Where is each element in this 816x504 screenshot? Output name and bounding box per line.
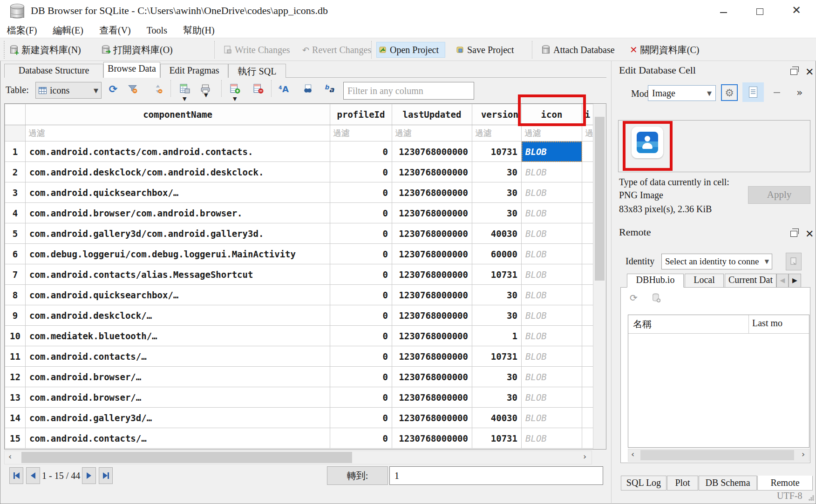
cell-lastUpdated[interactable]: 1230768000000 — [392, 264, 472, 285]
cell-icon[interactable]: BLOB — [522, 408, 582, 428]
cell-lastUpdated[interactable]: 1230768000000 — [392, 182, 472, 203]
cell-version[interactable]: 30 — [472, 305, 522, 326]
identity-combobox[interactable]: Select an identity to conne ▼ — [661, 254, 772, 269]
menu-help[interactable]: 幫助(H) — [176, 22, 222, 37]
cell-profileId[interactable]: 0 — [330, 223, 392, 244]
cell-overflow[interactable] — [582, 387, 593, 408]
text-view-button[interactable] — [742, 82, 764, 102]
row-number[interactable]: 5 — [5, 223, 26, 244]
cell-overflow[interactable] — [582, 428, 593, 449]
cell-icon[interactable]: BLOB — [522, 346, 582, 367]
cell-version[interactable]: 30 — [472, 203, 522, 223]
cell-overflow[interactable] — [582, 223, 593, 244]
cell-profileId[interactable]: 0 — [330, 285, 392, 305]
cell-componentName[interactable]: com.mediatek.bluetooth/… — [26, 326, 330, 346]
cell-icon[interactable]: BLOB — [522, 305, 582, 326]
delete-record-button[interactable] — [252, 83, 265, 95]
cell-componentName[interactable]: com.android.browser/com.android.browser. — [26, 203, 330, 223]
dock-tab-sql-log[interactable]: SQL Log — [621, 476, 666, 491]
cell-version[interactable]: 30 — [472, 182, 522, 203]
print-button[interactable] — [199, 83, 211, 95]
menu-edit[interactable]: 編輯(E) — [46, 22, 90, 37]
cell-profileId[interactable]: 0 — [330, 305, 392, 326]
refresh-button[interactable]: ⟳ — [107, 83, 119, 95]
dock-divider[interactable] — [611, 61, 612, 504]
cell-profileId[interactable]: 0 — [330, 428, 392, 449]
cell-version[interactable]: 30 — [472, 285, 522, 305]
tab-database-structure[interactable]: Database Structure — [4, 64, 103, 78]
conditional-format-button[interactable]: ba — [323, 83, 335, 95]
cell-lastUpdated[interactable]: 1230768000000 — [392, 285, 472, 305]
cell-lastUpdated[interactable]: 1230768000000 — [392, 141, 472, 162]
filter-input-icon[interactable]: 過濾 — [522, 125, 582, 141]
filter-input-version[interactable]: 過濾 — [472, 125, 522, 141]
cell-lastUpdated[interactable]: 1230768000000 — [392, 223, 472, 244]
cell-icon[interactable]: BLOB — [522, 182, 582, 203]
horizontal-scrollbar-thumb[interactable] — [21, 452, 352, 463]
cell-profileId[interactable]: 0 — [330, 346, 392, 367]
cell-icon[interactable]: BLOB — [522, 244, 582, 264]
cell-version[interactable]: 10731 — [472, 428, 522, 449]
tab-execute-sql[interactable]: 執行 SQL — [228, 64, 286, 78]
vertical-scrollbar-thumb[interactable] — [595, 117, 605, 281]
menu-file[interactable]: 檔案(F) — [0, 22, 44, 37]
open-database-button[interactable]: ➜ 打開資料庫(O) — [100, 42, 175, 58]
float-panel-icon[interactable] — [790, 69, 797, 75]
tab-edit-pragmas[interactable]: Edit Pragmas — [160, 64, 228, 78]
dock-tab-db-schema[interactable]: DB Schema — [699, 476, 757, 491]
cell-profileId[interactable]: 0 — [330, 326, 392, 346]
cell-profileId[interactable]: 0 — [330, 162, 392, 182]
cell-version[interactable]: 10731 — [472, 141, 522, 162]
cell-overflow[interactable] — [582, 182, 593, 203]
save-table-dropdown-icon[interactable]: ▼ — [183, 96, 186, 102]
cell-version[interactable]: 1 — [472, 326, 522, 346]
open-project-button[interactable]: Open Project — [376, 42, 445, 58]
remote-scrollbar-thumb[interactable] — [640, 450, 794, 460]
remote-horizontal-scrollbar[interactable]: ‹ › — [628, 449, 809, 462]
cell-componentName[interactable]: com.android.deskclock/com.android.deskcl… — [26, 162, 330, 182]
tab-scroll-left-icon[interactable]: ◀ — [776, 274, 789, 288]
row-number[interactable]: 2 — [5, 162, 26, 182]
clone-database-icon[interactable] — [652, 293, 660, 302]
cell-lastUpdated[interactable]: 1230768000000 — [392, 428, 472, 449]
vertical-scrollbar[interactable] — [593, 104, 606, 449]
goto-record-button[interactable]: 轉到: — [327, 466, 388, 485]
column-header-partial[interactable]: i — [582, 104, 593, 125]
horizontal-scrollbar[interactable]: ‹ › — [4, 450, 592, 464]
row-number[interactable]: 8 — [5, 285, 26, 305]
revert-changes-button[interactable]: ↶ Revert Changes — [300, 42, 373, 58]
dock-tab-plot[interactable]: Plot — [667, 476, 698, 491]
cell-lastUpdated[interactable]: 1230768000000 — [392, 203, 472, 223]
cell-componentName[interactable]: com.android.browser/… — [26, 367, 330, 387]
cell-profileId[interactable]: 0 — [330, 387, 392, 408]
cell-componentName[interactable]: com.android.quicksearchbox/… — [26, 182, 330, 203]
cell-icon[interactable]: BLOB — [522, 141, 582, 162]
clear-filters-button[interactable] — [127, 83, 139, 95]
cell-version[interactable]: 30 — [472, 367, 522, 387]
previous-page-button[interactable] — [26, 467, 40, 484]
row-number[interactable]: 7 — [5, 264, 26, 285]
cell-overflow[interactable] — [582, 203, 593, 223]
cell-overflow[interactable] — [582, 305, 593, 326]
cell-icon[interactable]: BLOB — [522, 162, 582, 182]
cell-overflow[interactable] — [582, 285, 593, 305]
row-number[interactable]: 4 — [5, 203, 26, 223]
row-number[interactable]: 12 — [5, 367, 26, 387]
cell-overflow[interactable] — [582, 346, 593, 367]
edit-display-format-button[interactable]: ⁴A — [278, 83, 290, 95]
cell-componentName[interactable]: com.android.browser/… — [26, 387, 330, 408]
row-number[interactable]: 9 — [5, 305, 26, 326]
row-number[interactable]: 15 — [5, 428, 26, 449]
clear-sort-button[interactable] — [152, 83, 164, 95]
cell-componentName[interactable]: com.android.gallery3d/com.android.galler… — [26, 223, 330, 244]
row-number[interactable]: 3 — [5, 182, 26, 203]
cell-lastUpdated[interactable]: 1230768000000 — [392, 367, 472, 387]
cell-lastUpdated[interactable]: 1230768000000 — [392, 162, 472, 182]
import-export-settings-button[interactable]: ⚙ — [721, 84, 738, 101]
cell-icon[interactable]: BLOB — [522, 367, 582, 387]
scroll-left-icon[interactable]: ‹ — [8, 451, 12, 461]
remote-tab-current-database[interactable]: Current Dat — [725, 274, 776, 288]
import-certificate-button[interactable] — [786, 253, 802, 270]
cell-componentName[interactable]: com.android.contacts/alias.MessageShortc… — [26, 264, 330, 285]
menu-tools[interactable]: Tools — [140, 23, 174, 36]
